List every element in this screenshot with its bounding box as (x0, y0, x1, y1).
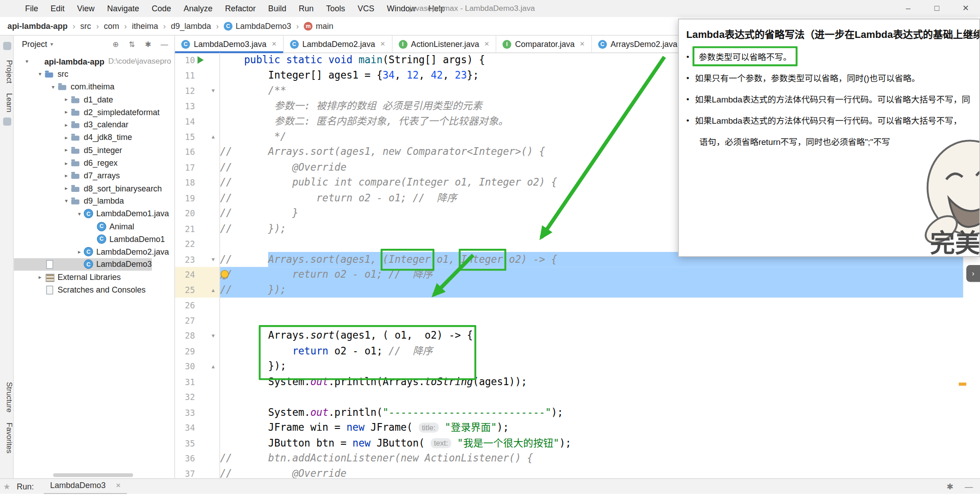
chevron-collapsed-icon[interactable]: ▸ (62, 121, 70, 128)
code-line-13[interactable]: 参数一: 被排序的数组 必须是引用类型的元素 (220, 98, 571, 114)
settings-icon[interactable]: ✱ (945, 482, 955, 491)
chevron-expanded-icon[interactable]: ▾ (49, 84, 57, 90)
code-line-35[interactable]: JButton btn = new JButton( text: "我是一个很大… (220, 435, 571, 451)
tab-Comparator.java[interactable]: IComparator.java✕ (496, 36, 592, 52)
chevron-expanded-icon[interactable]: ▾ (36, 71, 44, 77)
stripe-project[interactable]: Project (0, 60, 14, 84)
close-tab-icon[interactable]: ✕ (380, 41, 385, 47)
tree-item-src[interactable]: ▾src (14, 68, 174, 80)
favorites-star-icon[interactable]: ★ (3, 482, 10, 491)
menu-edit[interactable]: Edit (44, 0, 71, 17)
run-line-icon[interactable] (198, 56, 204, 64)
project-tool-icon[interactable] (3, 42, 11, 50)
tree-item-d2_simpledateformat[interactable]: ▸d2_simpledateformat (14, 106, 174, 118)
stripe-learn[interactable]: Learn (0, 93, 14, 113)
breadcrumb-item-api-lambda-app[interactable]: api-lambda-app (6, 21, 69, 31)
code-line-21[interactable]: // }); (220, 221, 571, 236)
chevron-collapsed-icon[interactable]: ▸ (75, 249, 84, 255)
menu-run[interactable]: Run (293, 0, 320, 17)
settings-icon[interactable]: ✱ (143, 40, 153, 48)
close-tab-icon[interactable]: ✕ (580, 41, 585, 47)
code-line-16[interactable]: // Arrays.sort(ages1, new Comparator<Int… (220, 144, 571, 160)
chevron-collapsed-icon[interactable]: ▸ (62, 160, 70, 166)
code-line-12[interactable]: /** (220, 83, 571, 98)
tree-item-d4_jdk8_time[interactable]: ▸d4_jdk8_time (14, 131, 174, 144)
fold-down-icon[interactable]: ▾ (209, 253, 217, 265)
code-line-11[interactable]: Integer[] ages1 = {34, 12, 42, 23}; (220, 68, 571, 83)
breadcrumb-item-d9_lambda[interactable]: d9_lambda (170, 21, 213, 31)
breadcrumb-item-com[interactable]: com (102, 21, 121, 31)
breadcrumb-item-main[interactable]: mmain (302, 21, 334, 31)
menu-navigate[interactable]: Navigate (101, 0, 145, 17)
stripe-favorites[interactable]: Favorites (0, 422, 14, 453)
tree-item-d1_date[interactable]: ▸d1_date (14, 93, 174, 106)
menu-analyze[interactable]: Analyze (177, 0, 219, 17)
tab-ActionListener.java[interactable]: IActionListener.java✕ (392, 36, 497, 52)
breadcrumb-item-itheima[interactable]: itheima (130, 21, 159, 31)
chevron-collapsed-icon[interactable]: ▸ (62, 135, 70, 141)
code-line-20[interactable]: // } (220, 206, 571, 221)
tree-item-d5_integer[interactable]: ▸d5_integer (14, 144, 174, 157)
tree-item-External Libraries[interactable]: ▸External Libraries (14, 271, 174, 284)
chevron-expanded-icon[interactable]: ▾ (23, 58, 31, 65)
code-line-33[interactable]: System.out.println("--------------------… (220, 405, 571, 420)
menu-build[interactable]: Build (262, 0, 293, 17)
chevron-expanded-icon[interactable]: ▾ (62, 198, 70, 204)
chevron-collapsed-icon[interactable]: ▸ (62, 109, 70, 115)
tab-LambdaDemo2.java[interactable]: CLambdaDemo2.java✕ (283, 36, 392, 52)
learn-tool-icon[interactable] (3, 117, 11, 126)
chevron-collapsed-icon[interactable]: ▸ (62, 185, 70, 191)
locate-icon[interactable]: ⊕ (111, 40, 121, 48)
fold-up-icon[interactable]: ▴ (209, 284, 217, 296)
chevron-collapsed-icon[interactable]: ▸ (62, 147, 70, 154)
menu-code[interactable]: Code (145, 0, 177, 17)
code-line-15[interactable]: */ (220, 129, 571, 144)
menu-vcs[interactable]: VCS (351, 0, 381, 17)
tree-item-d3_calendar[interactable]: ▸d3_calendar (14, 118, 174, 131)
tab-LambdaDemo3.java[interactable]: CLambdaDemo3.java✕ (175, 36, 284, 52)
tree-item-d6_regex[interactable]: ▸d6_regex (14, 157, 174, 169)
chevron-expanded-icon[interactable]: ▾ (75, 210, 84, 217)
chevron-collapsed-icon[interactable]: ▸ (36, 274, 44, 280)
tree-item-LambdaDemo1.java[interactable]: ▾CLambdaDemo1.java (14, 207, 174, 220)
tree-item-api-lambda-app[interactable]: ▾api-lambda-appD:\code\javasepro (14, 55, 174, 68)
close-tab-icon[interactable]: ✕ (484, 41, 490, 47)
code-line-18[interactable]: // public int compare(Integer o1, Intege… (220, 175, 571, 191)
code-line-37[interactable]: // @Override (220, 466, 571, 478)
menu-file[interactable]: File (19, 0, 45, 17)
code-line-25[interactable]: // }); (220, 282, 571, 298)
minimize-icon[interactable]: – (894, 0, 923, 17)
code-line-19[interactable]: // return o2 - o1; // 降序 (220, 191, 571, 206)
tree-item-d9_lambda[interactable]: ▾d9_lambda (14, 195, 174, 207)
chevron-collapsed-icon[interactable]: ▸ (62, 172, 70, 179)
code-line-26[interactable] (220, 298, 571, 313)
menu-tools[interactable]: Tools (320, 0, 352, 17)
fold-down-icon[interactable]: ▾ (209, 84, 217, 97)
maximize-icon[interactable]: □ (923, 0, 952, 17)
code-line-14[interactable]: 参数二: 匿名内部类对象, 代表了一个比较器对象。 (220, 114, 571, 129)
run-tab[interactable]: LambdaDemo3 ✕ (44, 478, 127, 495)
close-icon[interactable]: ✕ (951, 0, 980, 17)
code-line-34[interactable]: JFrame win = new JFrame( title: "登录界面"); (220, 420, 571, 435)
stripe-structure[interactable]: Structure (0, 382, 14, 412)
menu-view[interactable]: View (71, 0, 101, 17)
tree-item-d8_sort_binarysearch[interactable]: ▸d8_sort_binarysearch (14, 182, 174, 195)
tree-item-com.itheima[interactable]: ▾com.itheima (14, 80, 174, 93)
reveal-panel-button[interactable]: › (966, 265, 980, 282)
hide-icon[interactable]: — (964, 482, 974, 491)
tree-item-LambdaDemo2.java[interactable]: ▸CLambdaDemo2.java (14, 245, 174, 258)
tree-item-LambdaDemo3[interactable]: CLambdaDemo3 (14, 258, 152, 270)
menu-refactor[interactable]: Refactor (219, 0, 262, 17)
hide-icon[interactable]: — (159, 40, 169, 48)
tree-item-d7_arrays[interactable]: ▸d7_arrays (14, 169, 174, 182)
fold-down-icon[interactable]: ▾ (209, 330, 217, 342)
project-hscrollbar[interactable] (53, 473, 133, 477)
breadcrumb-item-src[interactable]: src (79, 21, 93, 31)
fold-up-icon[interactable]: ▴ (209, 360, 217, 373)
collapse-icon[interactable]: ⇅ (127, 40, 137, 48)
tree-item-LambdaDemo1[interactable]: CLambdaDemo1 (14, 233, 174, 245)
tree-item-Scratches and Consoles[interactable]: Scratches and Consoles (14, 284, 174, 296)
code-line-36[interactable]: // btn.addActionListener(new ActionListe… (220, 451, 571, 466)
close-tab-icon[interactable]: ✕ (271, 41, 277, 47)
project-panel-header[interactable]: Project ▾ ⊕⇅✱— (14, 36, 174, 52)
